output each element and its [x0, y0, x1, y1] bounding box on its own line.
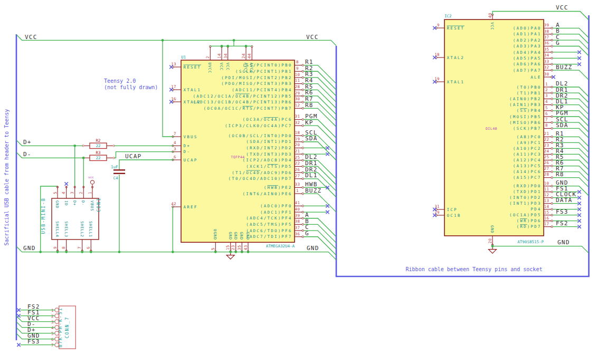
pin-endpoint [551, 86, 553, 88]
pin-number: 7 [174, 131, 176, 136]
net-ucap [119, 160, 174, 170]
net-label-UCAP[interactable]: UCAP [125, 153, 141, 160]
vcc-power-symbol[interactable]: vcc [88, 175, 94, 186]
net-label-DL1[interactable]: DL1 [305, 172, 317, 179]
net-label-SDA[interactable]: SDA [305, 135, 317, 142]
r2-symbol[interactable]: R222 [84, 138, 113, 149]
pin-number: 25 [544, 155, 549, 159]
net-label-BUZZ[interactable]: BUZZ [305, 187, 321, 194]
pin-name: (T1/OC4D/ADC9)PD6 [232, 170, 292, 175]
r3-symbol[interactable]: R322 [84, 150, 113, 161]
pin-number: 34 [223, 53, 228, 59]
net-label-VCC[interactable]: VCC [556, 4, 568, 11]
pin-endpoint [302, 166, 304, 167]
pin-name: RESET [447, 26, 465, 31]
pin-endpoint [551, 159, 553, 161]
pin-number: 20 [295, 142, 300, 147]
pin-endpoint [302, 101, 304, 103]
net-label-DATA[interactable]: DATA [556, 197, 572, 204]
c4-value[interactable]: 1uF [111, 165, 118, 169]
schematic-canvas[interactable]: Sacrificial USB cable from header to Tee… [0, 0, 597, 364]
con1-symbol[interactable]: USB-MINI-BCON15GND4ID3D+2D-1VBUS9SHELL48… [41, 186, 101, 251]
pin-name: PD4 [530, 207, 541, 212]
pin-endpoint [302, 193, 304, 194]
net-label-GND[interactable]: GND [557, 239, 570, 246]
net-label-FS3[interactable]: FS3 [27, 338, 40, 345]
net-label-KP[interactable]: KP [305, 119, 314, 126]
pin-name: (AD1)PA1 [513, 32, 542, 36]
net-label-FS3[interactable]: FS3 [556, 208, 568, 215]
note-ribbon[interactable]: Ribbon cable between Teensy pins and soc… [406, 266, 543, 272]
r2-value[interactable]: 22 [96, 143, 100, 148]
pin-number: 35 [237, 245, 242, 250]
ic2-reference[interactable]: IC2 [444, 14, 452, 18]
pin-number: 2 [205, 56, 210, 59]
conn7-reference[interactable]: CONN_7 [64, 317, 70, 339]
pin-name: GND [245, 232, 250, 240]
pin-number: 32 [544, 65, 549, 70]
net-label-GND[interactable]: GND [307, 245, 319, 252]
net-label-BUZZ[interactable]: BUZZ [556, 64, 572, 71]
pin-endpoint [551, 45, 553, 47]
net-label-VCC[interactable]: VCC [25, 34, 37, 41]
pin-name: GND [233, 232, 238, 240]
ic2-symbol[interactable]: IC2AT90S8515-PDIL409RESET18XTAL219XTAL13… [434, 13, 551, 245]
pin-name: (ADC12/OC1A/OC4B/PCINT12)PB5 [193, 94, 292, 99]
u1-reference[interactable]: U1 [181, 55, 186, 60]
pin-number: 24 [544, 149, 549, 154]
net-label-G[interactable]: G [305, 230, 309, 237]
net-label-R8[interactable]: R8 [305, 102, 314, 109]
pin-endpoint [302, 135, 304, 136]
pin-number: 10 [295, 72, 300, 77]
pin-name: (AD0)PA0 [513, 26, 542, 31]
pin-endpoint [302, 76, 304, 78]
pin-name: VBUS [184, 135, 198, 139]
note-sacrificial-cable[interactable]: Sacrificial USB cable from header to Tee… [4, 109, 10, 246]
pin-number: 28 [295, 84, 300, 89]
net-label-SDA[interactable]: SDA [556, 122, 568, 129]
pin-endpoint [551, 208, 553, 210]
r2-reference[interactable]: R2 [96, 138, 100, 143]
net-label-D+[interactable]: D+ [23, 139, 32, 146]
pin-name: ALE [530, 75, 541, 80]
note-teensy-line1[interactable]: Teensy 2.0 [104, 78, 136, 84]
no-connect-icon [577, 225, 581, 228]
u1-value[interactable]: ATMEGA32U4-A [266, 244, 295, 248]
net-label-FS2[interactable]: FS2 [556, 220, 568, 227]
no-connect-icon [552, 75, 555, 79]
r3-value[interactable]: 22 [96, 156, 100, 160]
pin-number: 36 [295, 232, 300, 236]
conn7-symbol[interactable]: B7K-PH-K-S1CONN_71234567 [51, 306, 75, 349]
pin-endpoint [302, 178, 304, 179]
net-label-GND[interactable]: GND [23, 245, 35, 252]
net-label-D-[interactable]: D- [23, 151, 32, 158]
no-connect-icon [577, 190, 581, 194]
u1-symbol[interactable]: U1ATMEGA32U4-ATQFP4413RESET17XTAL116XTAL… [171, 47, 302, 251]
pin-number: 28 [544, 172, 549, 177]
pin-endpoint [551, 51, 553, 53]
con1-value[interactable]: USB-MINI-B [41, 197, 46, 234]
junction-dot [56, 251, 59, 253]
pin-endpoint [302, 229, 304, 231]
r3-reference[interactable]: R3 [96, 150, 100, 155]
pin-number: 6 [545, 111, 548, 116]
pin-endpoint [302, 217, 304, 219]
con1-reference[interactable]: CON1 [96, 197, 101, 212]
pin-number: 44 [247, 53, 252, 59]
c4-symbol[interactable]: 1uFC4 [111, 165, 125, 180]
pin-endpoint [551, 136, 553, 138]
net-label-G[interactable]: G [556, 40, 560, 46]
pin-name: (AD6)PA6 [513, 62, 542, 66]
pin-name: (AD4)PA4 [513, 50, 542, 55]
note-teensy-line2[interactable]: (not fully drawn) [104, 84, 158, 90]
net-label-VCC[interactable]: VCC [306, 34, 318, 41]
conn7-value[interactable]: B7K-PH-K-S1 [58, 307, 63, 347]
ic2-value[interactable]: AT90S8515-P [517, 240, 544, 244]
pin-number: 21 [544, 131, 549, 136]
c4-reference[interactable]: C4 [113, 176, 118, 180]
pin-name: VCC [219, 63, 224, 71]
pin-endpoint [302, 236, 304, 237]
net-label-R8[interactable]: R8 [556, 171, 564, 178]
pin-endpoint [551, 226, 553, 227]
pin-number: 26 [295, 167, 300, 172]
